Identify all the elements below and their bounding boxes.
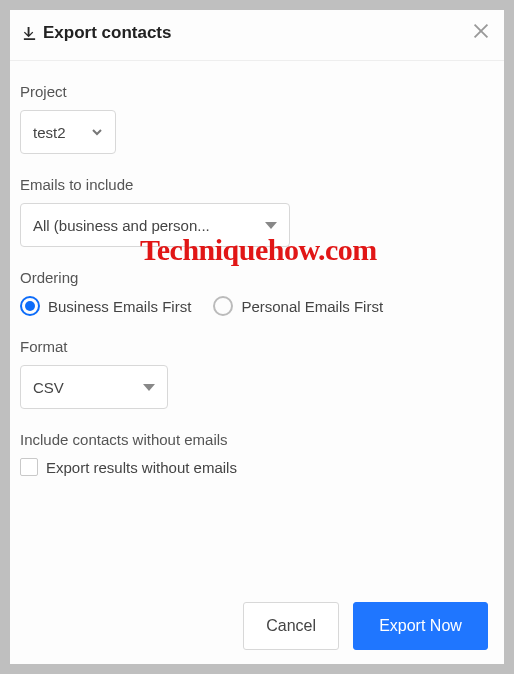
- dialog-footer: Cancel Export Now: [10, 590, 504, 664]
- noemail-option-label: Export results without emails: [46, 459, 237, 476]
- header-left: Export contacts: [22, 23, 171, 43]
- download-icon: [22, 26, 37, 41]
- emails-field: Emails to include All (business and pers…: [20, 176, 494, 247]
- checkbox-icon: [20, 458, 38, 476]
- cancel-label: Cancel: [266, 617, 316, 635]
- noemail-field: Include contacts without emails Export r…: [20, 431, 494, 476]
- export-label: Export Now: [379, 617, 462, 635]
- emails-select[interactable]: All (business and person...: [20, 203, 290, 247]
- project-value: test2: [33, 124, 66, 141]
- project-label: Project: [20, 83, 494, 100]
- export-button[interactable]: Export Now: [353, 602, 488, 650]
- ordering-option-label: Business Emails First: [48, 298, 191, 315]
- ordering-radio-group: Business Emails First Personal Emails Fi…: [20, 296, 494, 316]
- radio-icon: [213, 296, 233, 316]
- project-select[interactable]: test2: [20, 110, 116, 154]
- caret-down-icon: [143, 384, 155, 391]
- close-icon[interactable]: [470, 20, 492, 46]
- ordering-option-business[interactable]: Business Emails First: [20, 296, 191, 316]
- ordering-option-personal[interactable]: Personal Emails First: [213, 296, 383, 316]
- cancel-button[interactable]: Cancel: [243, 602, 339, 650]
- chevron-down-icon: [91, 124, 103, 141]
- dialog-header: Export contacts: [10, 10, 504, 61]
- emails-label: Emails to include: [20, 176, 494, 193]
- export-contacts-dialog: Export contacts Project test2 Techniqueh…: [10, 10, 504, 664]
- radio-icon: [20, 296, 40, 316]
- ordering-field: Ordering Business Emails First Personal …: [20, 269, 494, 316]
- project-field: Project test2: [20, 83, 494, 154]
- format-label: Format: [20, 338, 494, 355]
- caret-down-icon: [265, 222, 277, 229]
- noemail-label: Include contacts without emails: [20, 431, 494, 448]
- noemail-option[interactable]: Export results without emails: [20, 458, 494, 476]
- ordering-label: Ordering: [20, 269, 494, 286]
- dialog-body: Project test2 Techniquehow.com Emails to…: [10, 61, 504, 590]
- emails-value: All (business and person...: [33, 217, 210, 234]
- dialog-title: Export contacts: [43, 23, 171, 43]
- format-value: CSV: [33, 379, 64, 396]
- format-field: Format CSV: [20, 338, 494, 409]
- ordering-option-label: Personal Emails First: [241, 298, 383, 315]
- format-select[interactable]: CSV: [20, 365, 168, 409]
